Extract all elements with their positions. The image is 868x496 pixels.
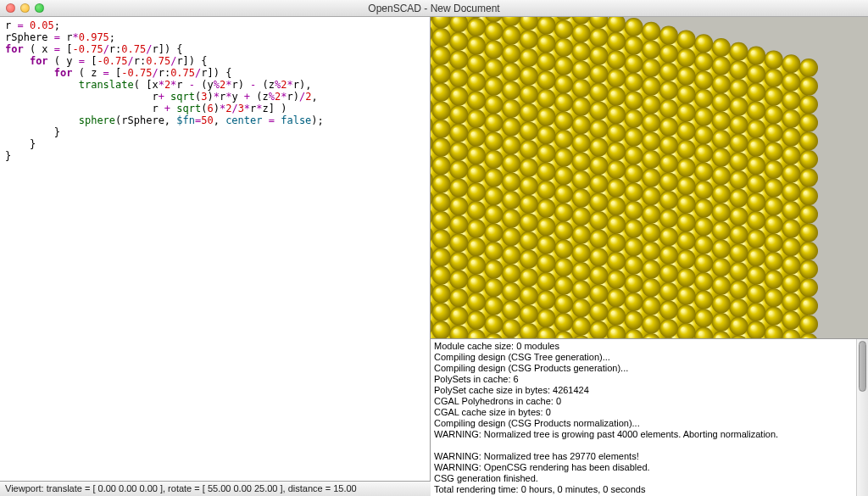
console-scrollbar[interactable] <box>856 339 868 496</box>
console-scrollbar-thumb[interactable] <box>859 341 866 392</box>
code-editor[interactable]: r = 0.05;rSphere = r*0.975;for ( x = [-0… <box>0 17 431 481</box>
console-output: Module cache size: 0 modules Compiling d… <box>431 339 856 496</box>
window-minimize-button[interactable] <box>20 3 30 13</box>
window-titlebar: OpenSCAD - New Document <box>0 0 868 17</box>
window-close-button[interactable] <box>6 3 15 13</box>
window-zoom-button[interactable] <box>35 3 44 13</box>
window-title: OpenSCAD - New Document <box>0 3 868 14</box>
3d-viewport[interactable] <box>431 17 868 339</box>
